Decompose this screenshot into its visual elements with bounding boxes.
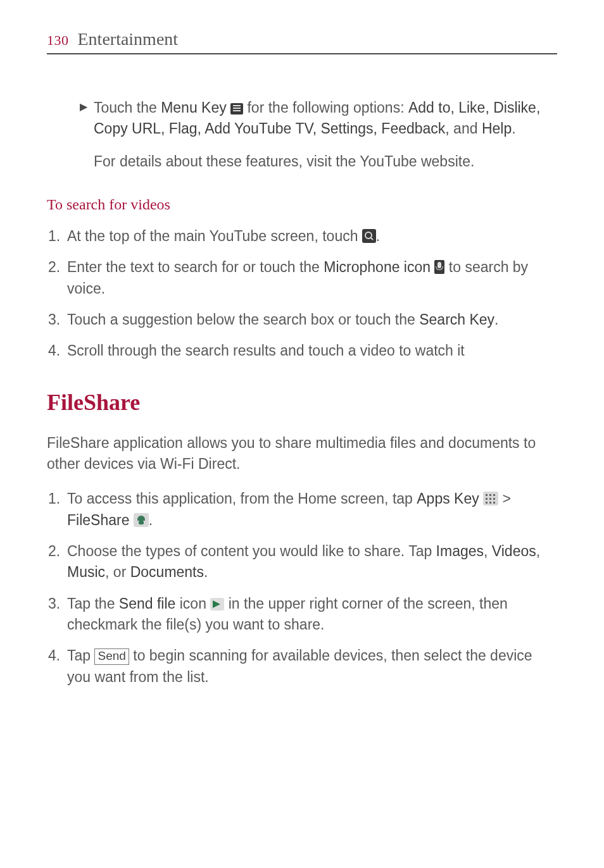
page-number: 130 <box>47 32 69 49</box>
step-text: At the top of the main YouTube screen, t… <box>67 226 557 247</box>
fileshare-intro: FileShare application allows you to shar… <box>47 433 557 475</box>
menu-option-help: Help <box>482 120 512 137</box>
step-number: 4. <box>47 645 67 688</box>
search-key-label: Search Key <box>419 311 494 328</box>
search-videos-heading: To search for videos <box>47 194 557 216</box>
manual-page: 130 Entertainment ▶ Touch the Menu Key f… <box>0 0 604 688</box>
fileshare-heading: FileShare <box>47 386 557 419</box>
step-text: Touch a suggestion below the search box … <box>67 309 557 330</box>
content-type-images: Images <box>436 543 484 559</box>
text-segment: . <box>494 311 498 328</box>
text-segment: Tap <box>67 647 94 664</box>
text-segment: . <box>204 564 208 580</box>
send-button-box: Send <box>94 648 129 665</box>
list-item: 3. Tap the Send file icon in the upper r… <box>47 593 557 636</box>
text-segment: for the following options: <box>243 99 408 116</box>
page-body: ▶ Touch the Menu Key for the following o… <box>47 97 557 688</box>
list-item: 2. Enter the text to search for or touch… <box>47 257 557 299</box>
step-text: Tap Send to begin scanning for available… <box>67 645 557 688</box>
content-type-documents: Documents <box>130 564 204 580</box>
step-number: 2. <box>47 541 67 583</box>
content-type-videos: Videos <box>492 543 536 559</box>
step-number: 1. <box>47 488 67 531</box>
apps-key-icon <box>483 492 498 505</box>
text-segment: Touch the <box>94 99 161 116</box>
fileshare-icon <box>134 513 149 527</box>
text-segment: > <box>498 490 511 507</box>
step-number: 4. <box>47 340 67 361</box>
step-text: To access this application, from the Hom… <box>67 488 557 531</box>
section-title: Entertainment <box>78 29 179 49</box>
page-header: 130 Entertainment <box>47 29 557 54</box>
menu-key-bullet: ▶ Touch the Menu Key for the following o… <box>80 97 557 140</box>
menu-key-text: Touch the Menu Key for the following opt… <box>94 97 557 140</box>
list-item: 1. To access this application, from the … <box>47 488 557 531</box>
list-item: 3. Touch a suggestion below the search b… <box>47 309 557 330</box>
text-segment: Touch a suggestion below the search box … <box>67 311 419 328</box>
search-icon <box>362 229 376 243</box>
details-note: For details about these features, visit … <box>94 151 557 172</box>
step-text: Tap the Send file icon in the upper righ… <box>67 593 557 636</box>
step-number: 1. <box>47 226 67 247</box>
text-segment: Scroll through the search results and to… <box>67 342 465 359</box>
text-segment: . <box>512 120 515 137</box>
step-number: 3. <box>47 593 67 636</box>
text-segment: to begin scanning for available devices,… <box>67 647 532 685</box>
text-segment: and <box>450 120 482 137</box>
menu-key-label: Menu Key <box>161 99 227 116</box>
text-segment: Enter the text to search for or touch th… <box>67 259 324 275</box>
text-segment: . <box>376 228 380 244</box>
text-segment: , or <box>105 564 130 580</box>
step-text: Choose the types of content you would li… <box>67 541 557 583</box>
text-segment: Tap the <box>67 595 119 612</box>
text-segment: . <box>149 512 153 528</box>
text-segment: icon <box>175 595 210 612</box>
list-item: 2. Choose the types of content you would… <box>47 541 557 583</box>
text-segment: At the top of the main YouTube screen, t… <box>67 228 362 244</box>
step-text: Enter the text to search for or touch th… <box>67 257 557 299</box>
fileshare-label: FileShare <box>67 512 129 528</box>
list-item: 4. Tap Send to begin scanning for availa… <box>47 645 557 688</box>
microphone-icon-label: Microphone icon <box>324 259 431 275</box>
content-type-music: Music <box>67 564 105 580</box>
menu-key-icon <box>230 103 243 115</box>
step-text: Scroll through the search results and to… <box>67 340 557 361</box>
send-file-label: Send file <box>119 595 176 612</box>
send-file-icon <box>210 598 224 611</box>
list-item: 1. At the top of the main YouTube screen… <box>47 226 557 247</box>
list-item: 4. Scroll through the search results and… <box>47 340 557 361</box>
text-segment: , <box>536 543 540 559</box>
text-segment: , <box>484 543 492 559</box>
step-number: 3. <box>47 309 67 330</box>
text-segment: To access this application, from the Hom… <box>67 490 417 507</box>
fileshare-steps-list: 1. To access this application, from the … <box>47 488 557 688</box>
apps-key-label: Apps Key <box>417 490 479 507</box>
microphone-icon <box>434 260 444 274</box>
text-segment: Choose the types of content you would li… <box>67 543 436 559</box>
bullet-marker-icon: ▶ <box>80 97 94 140</box>
step-number: 2. <box>47 257 67 299</box>
search-steps-list: 1. At the top of the main YouTube screen… <box>47 226 557 362</box>
